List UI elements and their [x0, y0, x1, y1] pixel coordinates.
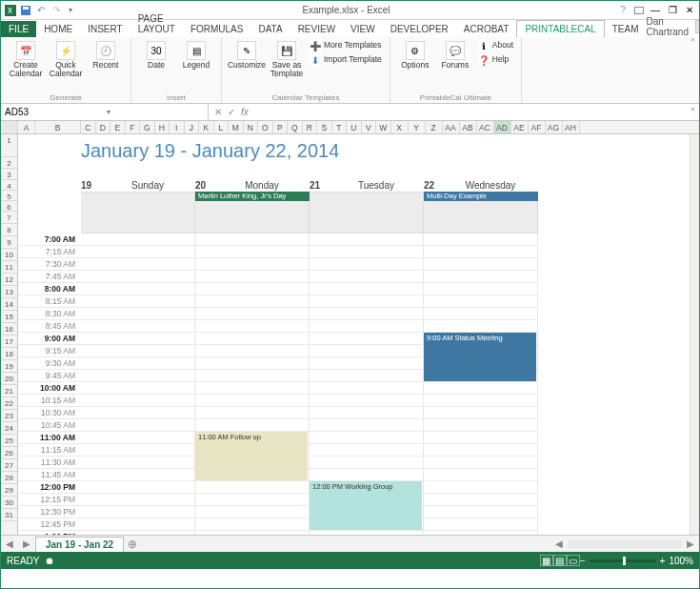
customize-button[interactable]: ✎Customize [228, 39, 266, 71]
view-normal-icon[interactable]: ▦ [540, 555, 553, 566]
user-name[interactable]: Dan Chartrand [646, 16, 691, 37]
zoom-level[interactable]: 100% [669, 556, 693, 566]
import-template-button[interactable]: ⬇Import Template [308, 53, 384, 67]
collapse-ribbon-icon[interactable]: ˄ [686, 37, 699, 103]
worksheet-grid[interactable]: January 19 - January 22, 2014 19Sunday20… [18, 134, 699, 535]
group-insert: Insert [137, 93, 215, 103]
tab-printablecal[interactable]: PRINTABLECAL [516, 20, 604, 37]
forums-button[interactable]: 💬Forums [436, 39, 474, 71]
tab-file[interactable]: FILE [1, 21, 36, 37]
zoom-in-button[interactable]: + [660, 556, 666, 566]
sheet-tab-active[interactable]: Jan 19 - Jan 22 [35, 537, 124, 552]
calendar-event[interactable]: 11:00 AM Follow up [195, 432, 308, 480]
save-template-button[interactable]: 💾Save as Template [268, 39, 306, 81]
ribbon-display-icon[interactable] [634, 7, 644, 14]
create-calendar-button[interactable]: 📅Create Calendar [7, 39, 45, 81]
help-button[interactable]: ❓Help [476, 53, 515, 67]
about-button[interactable]: ℹAbout [476, 39, 515, 52]
restore-icon[interactable]: ❐ [667, 5, 678, 16]
close-icon[interactable]: ✕ [684, 5, 695, 16]
insert-date-button[interactable]: 30Date [137, 39, 175, 71]
status-text: READY [7, 556, 39, 566]
allday-event[interactable]: Multi-Day Example [424, 192, 538, 201]
new-sheet-button[interactable]: ⊕ [124, 538, 141, 551]
group-templates: Calendar Templates [228, 93, 384, 103]
minimize-icon[interactable]: — [650, 5, 661, 16]
recent-button[interactable]: 🕘Recent [87, 39, 125, 71]
tab-data[interactable]: DATA [250, 21, 290, 37]
tab-acrobat[interactable]: ACROBAT [456, 21, 517, 37]
name-box[interactable]: AD53▾ [1, 104, 209, 120]
more-templates-button[interactable]: ➕More Templates [308, 39, 384, 52]
group-ultimate: PrintableCal Ultimate [396, 93, 515, 103]
redo-icon[interactable]: ↷ [50, 5, 62, 16]
calendar-event[interactable]: 12:00 PM Working Group [310, 481, 422, 530]
sheet-nav-prev[interactable]: ◀ [1, 538, 18, 549]
day-header: 20Monday [195, 180, 310, 192]
allday-event[interactable]: Martin Luther King, Jr's Day [195, 192, 310, 201]
save-icon[interactable] [20, 5, 31, 16]
day-header: 22Wednesday [424, 180, 538, 192]
tab-developer[interactable]: DEVELOPER [383, 21, 456, 37]
calendar-title: January 19 - January 22, 2014 [81, 140, 339, 162]
row-headers[interactable]: 1234567891011121314151617181920212223242… [1, 134, 18, 535]
zoom-out-button[interactable]: − [580, 556, 586, 566]
fx-icon[interactable]: fx [241, 107, 249, 117]
vertical-scrollbar[interactable] [690, 134, 699, 535]
view-pagelayout-icon[interactable]: ▤ [553, 555, 567, 566]
day-header: 19Sunday [81, 180, 195, 192]
ribbon-tabs: FILE HOME INSERT PAGE LAYOUT FORMULAS DA… [1, 20, 699, 37]
horizontal-scrollbar[interactable] [568, 540, 682, 548]
ribbon: 📅Create Calendar ⚡Quick Calendar 🕘Recent… [1, 37, 699, 104]
tab-home[interactable]: HOME [36, 21, 80, 37]
hscroll-right[interactable]: ▶ [682, 538, 699, 549]
svg-text:x: x [8, 5, 12, 15]
insert-legend-button[interactable]: ▤Legend [177, 39, 215, 71]
tab-formulas[interactable]: FORMULAS [183, 21, 251, 37]
cancel-formula-icon: ✕ [214, 107, 222, 117]
sheet-nav-next[interactable]: ▶ [18, 538, 35, 549]
undo-icon[interactable]: ↶ [35, 5, 47, 16]
calendar-event[interactable]: 9:00 AM Status Meeting [424, 333, 536, 381]
app-icon: x [5, 5, 16, 16]
tab-view[interactable]: VIEW [343, 21, 383, 37]
qat-customize-icon[interactable]: ▾ [66, 6, 75, 14]
quick-calendar-button[interactable]: ⚡Quick Calendar [47, 39, 85, 81]
enter-formula-icon: ✓ [228, 107, 235, 117]
day-header: 21Tuesday [310, 180, 424, 192]
options-button[interactable]: ⚙Options [396, 39, 434, 71]
group-generate: Generate [7, 93, 125, 103]
expand-formula-icon[interactable]: ˅ [687, 107, 699, 117]
hscroll-left[interactable]: ◀ [550, 538, 568, 549]
ribbon-help-icon[interactable]: ? [617, 5, 629, 16]
svg-rect-3 [23, 7, 29, 10]
tab-review[interactable]: REVIEW [290, 21, 343, 37]
view-pagebreak-icon[interactable]: ▭ [567, 555, 580, 566]
tab-insert[interactable]: INSERT [80, 21, 130, 37]
user-avatar[interactable] [695, 20, 700, 33]
tab-pagelayout[interactable]: PAGE LAYOUT [130, 10, 183, 37]
zoom-slider[interactable] [590, 559, 656, 562]
tab-team[interactable]: TEAM [605, 21, 647, 37]
macro-record-icon[interactable]: ⏺ [45, 556, 54, 566]
column-headers[interactable]: ABCDEFGHIJKLMNOPQRSTUVWXYZAAABACADAEAFAG… [1, 121, 699, 134]
